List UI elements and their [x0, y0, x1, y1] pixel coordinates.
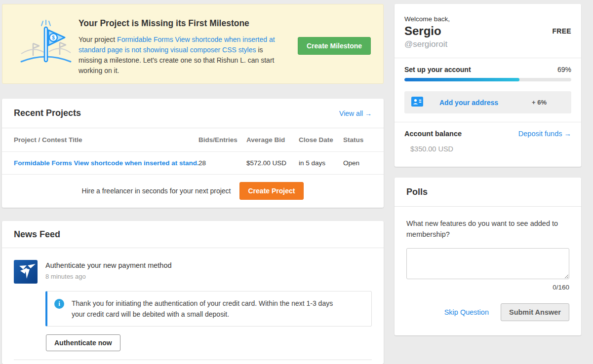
- info-alert: i Thank you for initiating the authentic…: [45, 291, 372, 327]
- poll-answer-textarea[interactable]: [406, 248, 569, 279]
- svg-text:$: $: [52, 35, 55, 40]
- deposit-funds-link[interactable]: Deposit funds →: [518, 130, 571, 138]
- feed-item-timestamp: 8 minutes ago: [45, 273, 172, 280]
- membership-plan-badge: FREE: [552, 27, 571, 35]
- poll-question: What new features do you want to see add…: [406, 218, 572, 240]
- user-handle: @sergioroit: [404, 39, 571, 49]
- column-header-status: Status: [343, 136, 372, 144]
- recent-projects-title: Recent Projects: [14, 108, 81, 118]
- column-header-close-date: Close Date: [299, 136, 343, 144]
- project-close-date-value: in 5 days: [299, 159, 343, 167]
- banner-message: Your project Formidable Forms View short…: [79, 35, 285, 76]
- column-header-average-bid: Average Bid: [246, 136, 299, 144]
- setup-progress-bar: [404, 78, 571, 81]
- milestone-alert-banner: $ Your Project is Missing its First Mile…: [2, 4, 384, 84]
- project-average-bid-value: $572.00 USD: [246, 159, 299, 167]
- news-feed-title: News Feed: [14, 229, 60, 240]
- address-book-icon: [411, 97, 423, 109]
- add-address-task[interactable]: Add your address + 6%: [404, 91, 571, 113]
- column-header-bids: Bids/Entries: [198, 136, 246, 144]
- polls-title: Polls: [406, 187, 428, 197]
- info-icon: i: [54, 299, 64, 309]
- project-bids-value: 28: [198, 159, 246, 167]
- milestone-flag-icon: $: [18, 16, 74, 70]
- create-project-button[interactable]: Create Project: [239, 182, 304, 200]
- list-item: Authenticate your new payment method 8 m…: [2, 248, 384, 360]
- table-row: Formidable Forms View shortcode when ins…: [2, 152, 384, 175]
- hire-freelancer-text: Hire a freelancer in seconds for your ne…: [82, 187, 231, 195]
- skip-question-link[interactable]: Skip Question: [444, 308, 489, 316]
- setup-account-label: Set up your account: [404, 66, 471, 73]
- setup-progress-fill: [404, 78, 519, 81]
- column-header-title: Project / Contest Title: [14, 136, 198, 144]
- freelancer-logo-icon: [14, 260, 38, 284]
- projects-table-header: Project / Contest Title Bids/Entries Ave…: [2, 128, 384, 152]
- view-all-link[interactable]: View all →: [339, 109, 372, 117]
- project-title-link[interactable]: Formidable Forms View shortcode when ins…: [14, 159, 198, 167]
- create-milestone-button[interactable]: Create Milestone: [298, 37, 371, 55]
- character-counter: 0/160: [406, 284, 569, 291]
- feed-item-title: Authenticate your new payment method: [45, 261, 172, 269]
- authenticate-now-button[interactable]: Authenticate now: [46, 334, 120, 351]
- profile-card: Welcome back, Sergio FREE @sergioroit Se…: [395, 4, 581, 167]
- info-alert-text: Thank you for initiating the authenticat…: [72, 298, 348, 320]
- add-address-label: Add your address: [439, 99, 532, 107]
- setup-percent: 69%: [557, 66, 571, 73]
- account-balance-amount: $350.00 USD: [410, 145, 571, 153]
- welcome-text: Welcome back,: [404, 15, 571, 23]
- divider: [395, 58, 581, 58]
- recent-projects-card: Recent Projects View all → Project / Con…: [2, 99, 384, 208]
- project-status-value: Open: [343, 159, 372, 167]
- account-balance-label: Account balance: [404, 130, 462, 138]
- user-name: Sergio: [404, 24, 441, 38]
- feed-divider: [14, 360, 372, 360]
- divider: [395, 122, 581, 122]
- add-address-bonus: + 6%: [532, 99, 547, 106]
- banner-title: Your Project is Missing its First Milest…: [79, 18, 285, 29]
- submit-answer-button[interactable]: Submit Answer: [501, 303, 569, 321]
- news-feed-card: News Feed: [2, 221, 384, 364]
- polls-card: Polls What new features do you want to s…: [395, 178, 581, 335]
